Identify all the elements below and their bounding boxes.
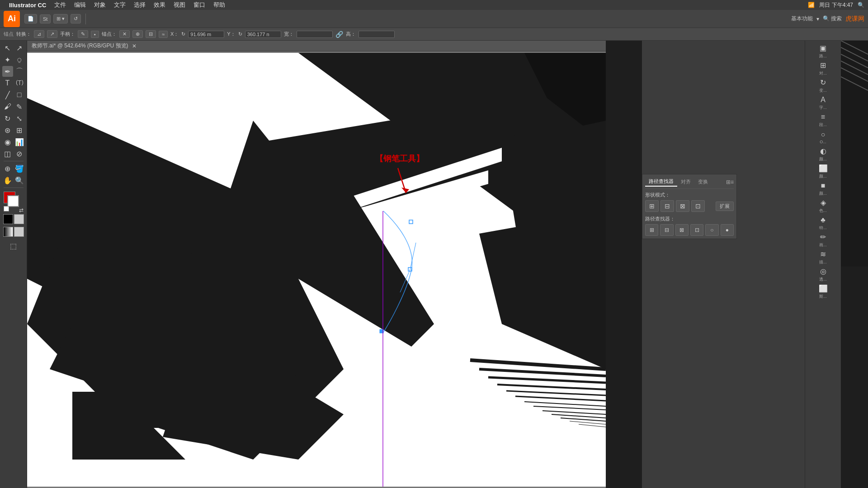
view-mode-btn[interactable]: ⊞ ▾	[53, 14, 68, 23]
convert-btn2[interactable]: ↗	[47, 30, 57, 38]
rp-item-9[interactable]: ■颜...	[810, 181, 837, 197]
puppet-warp-tool[interactable]: ⊛	[2, 125, 13, 136]
pen-tool[interactable]: ✒	[2, 66, 13, 77]
minus-front-btn[interactable]: ⊟	[660, 200, 674, 212]
menu-help[interactable]: 帮助	[210, 0, 229, 10]
live-paint-tool[interactable]: 🪣	[14, 163, 25, 174]
shape-mode-row: ⊞ ⊟ ⊠ ⊡ 扩展	[645, 200, 734, 212]
anchor-btn4[interactable]: ≈	[159, 31, 168, 38]
eyedropper-tool[interactable]: ⊘	[14, 148, 25, 159]
tool-row-8: ⊛ ⊞	[2, 125, 25, 136]
rp-item-4[interactable]: A字...	[810, 95, 837, 111]
rp-item-15[interactable]: ⬜斯...	[810, 284, 837, 300]
pathfinder-tab[interactable]: 路径查找器	[645, 177, 677, 187]
workspace-dropdown-icon[interactable]: ▾	[816, 16, 819, 22]
magic-wand-tool[interactable]: ✦	[2, 54, 13, 65]
menu-object[interactable]: 对象	[90, 0, 109, 10]
panel-menu-icon[interactable]: ≡	[731, 179, 734, 185]
rp-item-1[interactable]: ▣路...	[810, 43, 837, 60]
column-chart-tool[interactable]: 📊	[14, 136, 25, 147]
lasso-tool[interactable]: ⍜	[14, 54, 25, 65]
text-tool[interactable]: T	[2, 78, 13, 89]
search-icon[interactable]: 🔍 搜索	[823, 15, 842, 23]
y-input[interactable]	[245, 31, 281, 38]
handle-btn2[interactable]: ▪	[91, 31, 99, 38]
paint-brush-tool[interactable]: 🖌	[2, 101, 13, 112]
controlbar: 锚点 转换： ⊿ ↗ 手柄： ✎ ▪ 锚点： ✕ ⊕ ⊟ ≈ X： ↻ Y： ↻…	[0, 28, 868, 41]
x-input[interactable]	[188, 31, 224, 38]
line-tool[interactable]: ╱	[2, 89, 13, 100]
rp-item-8[interactable]: ⬜颜...	[810, 164, 837, 180]
search-icon[interactable]: 🔍	[858, 2, 864, 8]
rp-item-11[interactable]: ♣特...	[810, 215, 837, 231]
rp-item-5[interactable]: ≡段...	[810, 112, 837, 128]
outline-btn[interactable]: ○	[705, 224, 718, 236]
expand-btn[interactable]: 扩展	[716, 202, 734, 211]
unite-btn[interactable]: ⊞	[645, 200, 659, 212]
rp-item-2[interactable]: ⊞对...	[810, 61, 837, 77]
hand-tool[interactable]: ✋	[2, 175, 13, 186]
divide-btn[interactable]: ⊞	[645, 224, 658, 236]
rp-item-13[interactable]: ≋描...	[810, 249, 837, 266]
rp-item-6[interactable]: ○O...	[810, 129, 837, 145]
free-transform-tool[interactable]: ⊞	[14, 125, 25, 136]
curvature-tool[interactable]: ⌒	[14, 66, 25, 77]
menu-edit[interactable]: 编辑	[71, 0, 90, 10]
menu-view[interactable]: 视图	[170, 0, 189, 10]
blend-tool[interactable]: ⊕	[2, 163, 13, 174]
trim-btn[interactable]: ⊟	[660, 224, 673, 236]
canvas-content[interactable]: 【钢笔工具】	[27, 52, 606, 488]
doc-preset-btn[interactable]: St	[40, 14, 51, 23]
height-input[interactable]	[359, 31, 395, 38]
handle-btn1[interactable]: ✎	[78, 30, 88, 38]
panel-expand-icon[interactable]: ⊞	[726, 179, 731, 185]
direct-selection-tool[interactable]: ↗	[14, 42, 25, 53]
new-doc-btn[interactable]: 📄	[24, 14, 37, 23]
menu-effects[interactable]: 效果	[150, 0, 169, 10]
default-colors-icon[interactable]	[4, 206, 9, 211]
rect-tool[interactable]: □	[14, 89, 25, 100]
anchor-btn1[interactable]: ✕	[119, 30, 130, 38]
rotate-view-btn[interactable]: ↺	[71, 14, 81, 23]
exclude-btn[interactable]: ⊡	[691, 200, 705, 212]
menu-select[interactable]: 选择	[130, 0, 149, 10]
rotate-tool[interactable]: ↻	[2, 113, 13, 124]
minus-back-btn[interactable]: ●	[721, 224, 734, 236]
intersect-btn[interactable]: ⊠	[676, 200, 689, 212]
stroke-btn[interactable]: ⊟	[14, 214, 24, 224]
rp-item-7[interactable]: ◐颜...	[810, 146, 837, 163]
workspace-label[interactable]: 基本功能	[791, 15, 813, 23]
stroke-color[interactable]	[7, 195, 19, 207]
rp-item-14[interactable]: ◎透...	[810, 267, 837, 283]
selection-tool[interactable]: ↖	[2, 42, 13, 53]
link-icon[interactable]: 🔗	[335, 31, 343, 38]
merge-btn[interactable]: ⊠	[675, 224, 689, 236]
anchor-btn2[interactable]: ⊕	[132, 30, 143, 38]
menu-text[interactable]: 文字	[110, 0, 129, 10]
anchor-btn3[interactable]: ⊟	[146, 30, 156, 38]
none-swatch[interactable]: ✕	[14, 227, 24, 237]
symbol-tool[interactable]: ◉	[2, 136, 13, 147]
transform-tab[interactable]: 变换	[694, 178, 712, 186]
artboard-btn[interactable]: ⬚	[2, 240, 25, 251]
rp-item-10[interactable]: ◈色...	[810, 198, 837, 214]
menu-window[interactable]: 窗口	[190, 0, 209, 10]
scale-tool[interactable]: ⤡	[14, 113, 25, 124]
swap-colors-icon[interactable]: ⇄	[19, 207, 24, 211]
convert-btn1[interactable]: ⊿	[34, 30, 44, 38]
gradient-tool[interactable]: ◫	[2, 148, 13, 159]
zoom-tool[interactable]: 🔍	[14, 175, 25, 186]
menu-file[interactable]: 文件	[51, 0, 70, 10]
touch-type-tool[interactable]: 🄣	[14, 78, 25, 89]
convert-label: 转换：	[16, 31, 31, 38]
crop-btn[interactable]: ⊡	[690, 224, 703, 236]
width-input[interactable]	[297, 31, 333, 38]
close-tab-icon[interactable]: ✕	[132, 43, 137, 49]
fill-none-btn[interactable]	[3, 214, 13, 224]
pencil-tool[interactable]: ✎	[14, 101, 25, 112]
rp-item-3[interactable]: ↻变...	[810, 78, 837, 94]
rp-item-12[interactable]: ✏画...	[810, 232, 837, 249]
app-name: Illustrator CC	[9, 2, 46, 9]
gradient-swatch[interactable]	[3, 227, 13, 237]
align-tab[interactable]: 对齐	[677, 178, 694, 186]
